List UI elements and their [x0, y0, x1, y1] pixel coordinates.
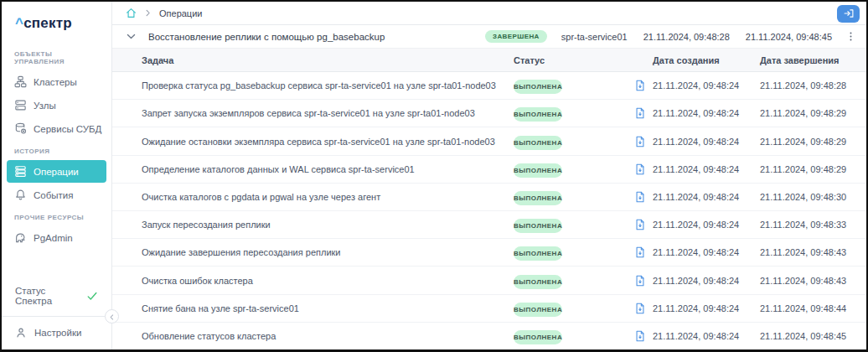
task-completed-date: 21.11.2024, 09:48:45	[760, 331, 866, 341]
sidebar-item-dbms-services[interactable]: Сервисы СУБД	[7, 117, 106, 140]
task-created-date: 21.11.2024, 09:48:24	[653, 164, 760, 174]
log-file-icon[interactable]	[634, 330, 646, 342]
task-completed-date: 21.11.2024, 09:48:33	[760, 220, 866, 230]
log-file-icon[interactable]	[634, 163, 646, 175]
nodes-icon	[14, 99, 27, 111]
person-icon	[15, 327, 27, 339]
log-file-icon[interactable]	[634, 275, 646, 287]
table-row: Ожидание остановки экземпляра сервиса sp…	[112, 127, 866, 155]
chevron-down-icon[interactable]	[126, 31, 137, 42]
settings-label: Настройки	[34, 328, 81, 338]
task-name: Определение каталогов данных и WAL серви…	[142, 164, 514, 174]
chevron-right-icon	[144, 9, 152, 17]
task-completed-date: 21.11.2024, 09:48:44	[760, 303, 866, 313]
task-status-badge: ВЫПОЛНЕНА	[514, 219, 562, 233]
brand-logo: ^спектр	[2, 12, 111, 44]
sidebar-section: ПРОЧИЕ РЕСУРСЫ PgAdmin	[2, 207, 111, 249]
col-header-created: Дата создания	[653, 55, 760, 65]
task-created-date: 21.11.2024, 09:48:24	[653, 276, 760, 286]
operation-status-badge: ЗАВЕРШЕНА	[485, 30, 547, 43]
table-row: Проверка статуса pg_basebackup сервиса s…	[112, 72, 866, 100]
logout-icon	[844, 7, 854, 22]
log-file-icon[interactable]	[634, 136, 646, 148]
sidebar-section: ОБЪЕКТЫ УПРАВЛЕНИЯ Кластеры Узлы Сервисы…	[2, 44, 111, 140]
task-status-badge: ВЫПОЛНЕНА	[514, 246, 562, 261]
sidebar-divider	[2, 316, 111, 317]
task-created-date: 21.11.2024, 09:48:24	[653, 220, 760, 230]
task-status-badge: ВЫПОЛНЕНА	[514, 330, 562, 344]
log-file-icon[interactable]	[634, 80, 646, 91]
database-gear-icon	[14, 122, 27, 135]
spektr-status-label: Статус Спектра	[15, 286, 79, 306]
sidebar-item-label: Кластеры	[34, 77, 77, 87]
table-row: Очистка ошибок кластера ВЫПОЛНЕНА 21.11.…	[112, 267, 866, 294]
sidebar-collapse-button[interactable]	[105, 309, 119, 324]
task-name: Очистка каталогов с pgdata и pgwal на уз…	[142, 192, 514, 202]
task-completed-date: 21.11.2024, 09:48:30	[760, 192, 866, 202]
log-file-icon[interactable]	[634, 219, 646, 230]
sidebar-section-label: ОБЪЕКТЫ УПРАВЛЕНИЯ	[2, 44, 111, 70]
task-created-date: 21.11.2024, 09:48:24	[653, 80, 760, 91]
task-status-badge: ВЫПОЛНЕНА	[514, 80, 562, 94]
task-created-date: 21.11.2024, 09:48:24	[653, 247, 760, 257]
table-header: Задача Статус Дата создания Дата заверше…	[112, 49, 866, 72]
task-status-badge: ВЫПОЛНЕНА	[514, 275, 562, 289]
table-row: Определение каталогов данных и WAL серви…	[112, 156, 866, 184]
task-name: Запрет запуска экземпляров сервиса spr-t…	[142, 108, 514, 118]
table-row: Обновление статусов кластера ВЫПОЛНЕНА 2…	[112, 323, 866, 349]
operation-created-date: 21.11.2024, 09:48:28	[643, 32, 730, 42]
table-row: Очистка каталогов с pgdata и pgwal на уз…	[112, 184, 866, 211]
col-header-status: Статус	[514, 55, 634, 65]
log-file-icon[interactable]	[634, 303, 646, 314]
operation-summary-row[interactable]: Восстановление реплики с помощью pg_base…	[112, 25, 866, 49]
sidebar-item-nodes[interactable]: Узлы	[7, 94, 106, 116]
sidebar-item-label: События	[34, 190, 73, 200]
sidebar-item-label: Узлы	[34, 101, 56, 111]
breadcrumb-current[interactable]: Операции	[159, 8, 202, 18]
task-completed-date: 21.11.2024, 09:48:29	[760, 164, 866, 174]
task-name: Запуск пересоздания реплики	[142, 220, 514, 230]
log-file-icon[interactable]	[634, 107, 646, 119]
check-icon	[86, 290, 98, 302]
operation-completed-date: 21.11.2024, 09:48:45	[746, 32, 832, 42]
home-icon[interactable]	[126, 8, 137, 18]
operation-title: Восстановление реплики с помощью pg_base…	[148, 32, 485, 42]
sidebar-section: ИСТОРИЯ Операции События	[2, 141, 111, 206]
col-header-task: Задача	[142, 55, 514, 65]
task-completed-date: 21.11.2024, 09:48:29	[760, 137, 866, 147]
sidebar-section-label: ИСТОРИЯ	[2, 141, 111, 159]
task-name: Обновление статусов кластера	[142, 331, 514, 341]
table-row: Запрет запуска экземпляров сервиса spr-t…	[112, 100, 866, 127]
cluster-icon	[14, 75, 27, 88]
breadcrumb-bar: Операции	[112, 2, 866, 25]
task-status-badge: ВЫПОЛНЕНА	[514, 303, 562, 317]
table-row: Ожидание завершения пересоздания реплики…	[112, 239, 866, 267]
sidebar-item-label: Сервисы СУБД	[34, 124, 101, 134]
logout-button[interactable]	[837, 5, 860, 23]
sidebar-nav: ОБЪЕКТЫ УПРАВЛЕНИЯ Кластеры Узлы Сервисы…	[2, 44, 111, 250]
brand-name: спектр	[23, 15, 72, 31]
sidebar-bottom: Статус Спектра Настройки	[2, 277, 111, 349]
app-window: ^спектр ОБЪЕКТЫ УПРАВЛЕНИЯ Кластеры Узлы…	[0, 0, 868, 352]
task-created-date: 21.11.2024, 09:48:24	[653, 331, 760, 341]
task-status-badge: ВЫПОЛНЕНА	[514, 107, 562, 122]
settings-button[interactable]: Настройки	[2, 317, 111, 349]
sidebar-item-operations[interactable]: Операции	[7, 160, 106, 183]
sidebar-item-events[interactable]: События	[7, 184, 106, 206]
log-file-icon[interactable]	[634, 191, 646, 203]
task-created-date: 21.11.2024, 09:48:24	[653, 192, 760, 202]
kebab-menu-icon[interactable]	[843, 31, 858, 42]
sidebar-item-clusters[interactable]: Кластеры	[7, 70, 106, 93]
operation-service: spr-ta-service01	[561, 32, 628, 42]
task-name: Очистка ошибок кластера	[142, 276, 514, 286]
sidebar-item-pgadmin[interactable]: PgAdmin	[7, 226, 106, 249]
pgadmin-elephant-icon	[14, 231, 27, 244]
task-name: Проверка статуса pg_basebackup сервиса s…	[142, 80, 514, 91]
task-status-badge: ВЫПОЛНЕНА	[514, 191, 562, 205]
col-header-completed: Дата завершения	[760, 55, 866, 65]
sidebar: ^спектр ОБЪЕКТЫ УПРАВЛЕНИЯ Кластеры Узлы…	[2, 2, 112, 349]
log-file-icon[interactable]	[634, 246, 646, 258]
main-area: Операции Восстановление реплики с помощь…	[112, 2, 866, 349]
task-completed-date: 21.11.2024, 09:48:43	[760, 247, 866, 257]
task-completed-date: 21.11.2024, 09:48:43	[760, 276, 866, 286]
